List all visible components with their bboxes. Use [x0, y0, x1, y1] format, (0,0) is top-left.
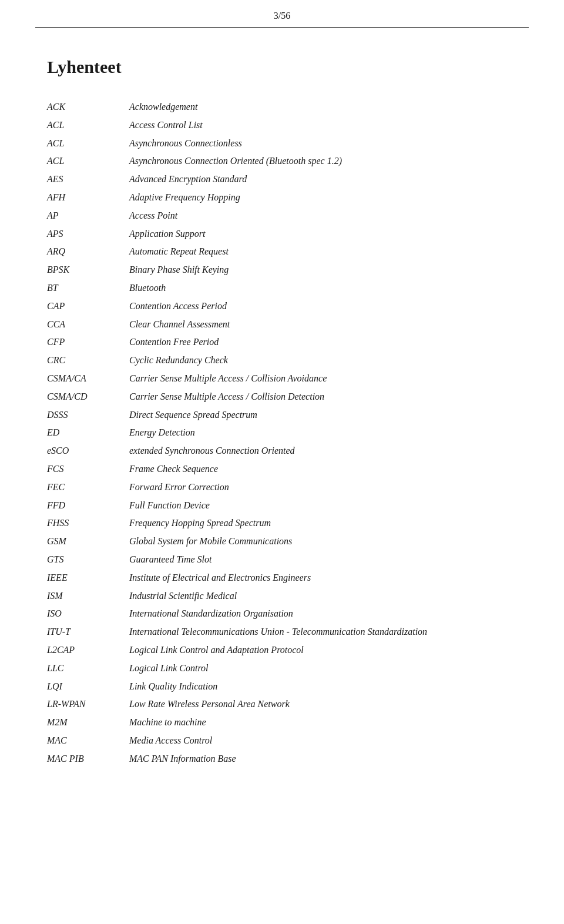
definition-cell: International Standardization Organisati…: [129, 605, 517, 623]
definition-cell: Acknowledgement: [129, 98, 517, 116]
table-row: EDEnergy Detection: [47, 424, 517, 442]
definition-cell: Logical Link Control: [129, 659, 517, 678]
definition-cell: extended Synchronous Connection Oriented: [129, 442, 517, 460]
table-row: ISOInternational Standardization Organis…: [47, 605, 517, 623]
abbrev-cell: BPSK: [47, 261, 129, 279]
abbrev-cell: LQI: [47, 678, 129, 696]
table-row: ACLAccess Control List: [47, 116, 517, 135]
definition-cell: Frame Check Sequence: [129, 460, 517, 478]
definition-cell: Application Support: [129, 225, 517, 243]
table-row: LR-WPANLow Rate Wireless Personal Area N…: [47, 695, 517, 714]
definition-cell: International Telecommunications Union -…: [129, 623, 517, 641]
table-row: FECForward Error Correction: [47, 478, 517, 497]
section-title: Lyhenteet: [47, 57, 517, 77]
page-number: 3/56: [274, 11, 290, 21]
definition-cell: Cyclic Redundancy Check: [129, 351, 517, 370]
abbrev-cell: ITU-T: [47, 623, 129, 641]
abbrev-cell: FFD: [47, 497, 129, 515]
table-row: IEEEInstitute of Electrical and Electron…: [47, 569, 517, 587]
definition-cell: Industrial Scientific Medical: [129, 587, 517, 605]
abbrev-cell: CRC: [47, 351, 129, 370]
abbrev-cell: LLC: [47, 659, 129, 678]
table-row: APAccess Point: [47, 207, 517, 225]
abbrev-cell: ARQ: [47, 243, 129, 261]
definition-cell: Media Access Control: [129, 732, 517, 750]
abbrev-cell: L2CAP: [47, 641, 129, 659]
abbrev-cell: ACL: [47, 116, 129, 135]
abbrev-cell: MAC PIB: [47, 750, 129, 768]
definition-cell: Link Quality Indication: [129, 678, 517, 696]
abbrev-cell: ACK: [47, 98, 129, 116]
abbrev-cell: AP: [47, 207, 129, 225]
table-row: CFPContention Free Period: [47, 333, 517, 351]
definition-cell: Low Rate Wireless Personal Area Network: [129, 695, 517, 714]
definition-cell: Energy Detection: [129, 424, 517, 442]
definition-cell: Automatic Repeat Request: [129, 243, 517, 261]
abbrev-cell: DSSS: [47, 406, 129, 424]
table-row: FHSSFrequency Hopping Spread Spectrum: [47, 514, 517, 533]
main-content: Lyhenteet ACKAcknowledgementACLAccess Co…: [0, 28, 564, 803]
definition-cell: Forward Error Correction: [129, 478, 517, 497]
definition-cell: Access Control List: [129, 116, 517, 135]
abbrev-cell: CCA: [47, 316, 129, 334]
table-row: GSMGlobal System for Mobile Communicatio…: [47, 533, 517, 551]
definition-cell: Asynchronous Connection Oriented (Blueto…: [129, 152, 517, 170]
table-row: CSMA/CACarrier Sense Multiple Access / C…: [47, 370, 517, 388]
abbrev-cell: M2M: [47, 714, 129, 732]
definition-cell: Direct Sequence Spread Spectrum: [129, 406, 517, 424]
abbrev-cell: APS: [47, 225, 129, 243]
table-row: FFDFull Function Device: [47, 497, 517, 515]
table-row: CRCCyclic Redundancy Check: [47, 351, 517, 370]
table-row: ACLAsynchronous Connectionless: [47, 135, 517, 153]
definition-cell: Institute of Electrical and Electronics …: [129, 569, 517, 587]
definition-cell: Logical Link Control and Adaptation Prot…: [129, 641, 517, 659]
table-row: CSMA/CDCarrier Sense Multiple Access / C…: [47, 388, 517, 406]
abbrev-cell: AES: [47, 170, 129, 189]
abbrev-cell: GTS: [47, 551, 129, 569]
table-row: ACKAcknowledgement: [47, 98, 517, 116]
abbrev-cell: GSM: [47, 533, 129, 551]
definition-cell: Clear Channel Assessment: [129, 316, 517, 334]
abbrev-cell: LR-WPAN: [47, 695, 129, 714]
definition-cell: Global System for Mobile Communications: [129, 533, 517, 551]
definition-cell: Adaptive Frequency Hopping: [129, 189, 517, 207]
definition-cell: MAC PAN Information Base: [129, 750, 517, 768]
abbrev-cell: CSMA/CA: [47, 370, 129, 388]
abbrev-cell: FCS: [47, 460, 129, 478]
abbrev-cell: FEC: [47, 478, 129, 497]
abbrev-cell: ISO: [47, 605, 129, 623]
table-row: GTSGuaranteed Time Slot: [47, 551, 517, 569]
definition-cell: Guaranteed Time Slot: [129, 551, 517, 569]
table-row: MACMedia Access Control: [47, 732, 517, 750]
definition-cell: Asynchronous Connectionless: [129, 135, 517, 153]
table-row: LLCLogical Link Control: [47, 659, 517, 678]
table-row: ISMIndustrial Scientific Medical: [47, 587, 517, 605]
table-row: MAC PIBMAC PAN Information Base: [47, 750, 517, 768]
table-row: ACLAsynchronous Connection Oriented (Blu…: [47, 152, 517, 170]
abbrev-cell: eSCO: [47, 442, 129, 460]
abbreviations-table: ACKAcknowledgementACLAccess Control List…: [47, 98, 517, 768]
definition-cell: Binary Phase Shift Keying: [129, 261, 517, 279]
definition-cell: Access Point: [129, 207, 517, 225]
table-row: FCSFrame Check Sequence: [47, 460, 517, 478]
definition-cell: Contention Free Period: [129, 333, 517, 351]
definition-cell: Full Function Device: [129, 497, 517, 515]
definition-cell: Carrier Sense Multiple Access / Collisio…: [129, 388, 517, 406]
table-row: CCAClear Channel Assessment: [47, 316, 517, 334]
abbrev-cell: CSMA/CD: [47, 388, 129, 406]
table-row: eSCOextended Synchronous Connection Orie…: [47, 442, 517, 460]
table-row: APSApplication Support: [47, 225, 517, 243]
definition-cell: Frequency Hopping Spread Spectrum: [129, 514, 517, 533]
abbrev-cell: FHSS: [47, 514, 129, 533]
table-row: L2CAPLogical Link Control and Adaptation…: [47, 641, 517, 659]
abbrev-cell: ACL: [47, 135, 129, 153]
definition-cell: Machine to machine: [129, 714, 517, 732]
definition-cell: Carrier Sense Multiple Access / Collisio…: [129, 370, 517, 388]
abbrev-cell: ISM: [47, 587, 129, 605]
table-row: LQILink Quality Indication: [47, 678, 517, 696]
abbrev-cell: ACL: [47, 152, 129, 170]
table-row: DSSSDirect Sequence Spread Spectrum: [47, 406, 517, 424]
table-row: M2MMachine to machine: [47, 714, 517, 732]
table-row: AFHAdaptive Frequency Hopping: [47, 189, 517, 207]
definition-cell: Contention Access Period: [129, 297, 517, 316]
